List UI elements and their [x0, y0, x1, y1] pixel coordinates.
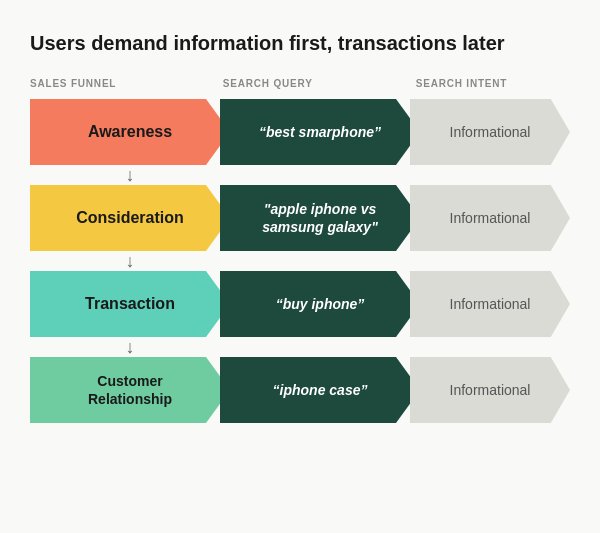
row-consideration: Consideration "apple iphone vs samsung g…	[30, 185, 570, 271]
query-consideration: "apple iphone vs samsung galaxy"	[220, 185, 420, 251]
query-awareness: “best smarphone”	[220, 99, 420, 165]
rows-container: Awareness “best smarphone” Informational…	[30, 99, 570, 423]
row-transaction: Transaction “buy iphone” Informational ↓	[30, 271, 570, 357]
funnel-customer: Customer Relationship	[30, 357, 230, 423]
funnel-transaction: Transaction	[30, 271, 230, 337]
down-arrow-1: ↓	[30, 165, 230, 185]
row-awareness: Awareness “best smarphone” Informational…	[30, 99, 570, 185]
column-headers: SALES FUNNEL SEARCH QUERY SEARCH INTENT	[30, 78, 570, 89]
down-arrow-3: ↓	[30, 337, 230, 357]
col-header-sales-funnel: SALES FUNNEL	[30, 78, 223, 89]
intent-consideration: Informational	[410, 185, 570, 251]
row-customer: Customer Relationship “iphone case” Info…	[30, 357, 570, 423]
funnel-awareness: Awareness	[30, 99, 230, 165]
intent-customer: Informational	[410, 357, 570, 423]
query-customer: “iphone case”	[220, 357, 420, 423]
query-transaction: “buy iphone”	[220, 271, 420, 337]
col-header-search-intent: SEARCH INTENT	[416, 78, 570, 89]
col-header-search-query: SEARCH QUERY	[223, 78, 416, 89]
page-title: Users demand information first, transact…	[30, 30, 570, 56]
funnel-consideration: Consideration	[30, 185, 230, 251]
intent-awareness: Informational	[410, 99, 570, 165]
intent-transaction: Informational	[410, 271, 570, 337]
down-arrow-2: ↓	[30, 251, 230, 271]
